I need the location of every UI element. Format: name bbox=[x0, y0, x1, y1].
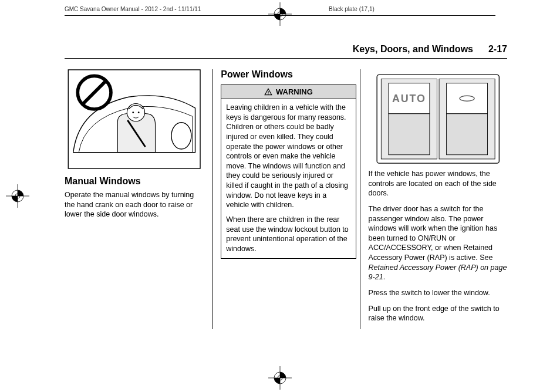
svg-rect-28 bbox=[446, 114, 487, 155]
power-windows-p2-ref: Retained Accessory Power (RAP) on page 9… bbox=[369, 263, 507, 282]
plate-info: Black plate (17,1) bbox=[329, 6, 375, 12]
child-in-car-illustration bbox=[65, 69, 204, 169]
meta-rule bbox=[65, 15, 495, 16]
manual-windows-text: Operate the manual windows by turning th… bbox=[65, 190, 204, 219]
svg-point-15 bbox=[138, 111, 140, 113]
warning-body: Leaving children in a vehicle with the k… bbox=[221, 99, 355, 258]
page-number: 2-17 bbox=[488, 44, 507, 55]
auto-label-glyph: AUTO bbox=[392, 93, 426, 104]
svg-point-20 bbox=[268, 93, 268, 94]
power-windows-p3: Press the switch to lower the window. bbox=[369, 288, 507, 298]
column-2: Power Windows WARNING Leaving children i… bbox=[212, 69, 359, 329]
warning-triangle-icon bbox=[264, 88, 272, 96]
warning-header: WARNING bbox=[221, 85, 355, 99]
crop-mark-left bbox=[6, 184, 29, 208]
section-title: Keys, Doors, and Windows bbox=[353, 44, 473, 55]
warning-paragraph-2: When there are children in the rear seat… bbox=[226, 215, 350, 254]
svg-rect-26 bbox=[446, 83, 487, 114]
three-column-layout: Manual Windows Operate the manual window… bbox=[65, 69, 507, 329]
running-header: Keys, Doors, and Windows 2-17 bbox=[65, 44, 507, 59]
manual-windows-heading: Manual Windows bbox=[65, 176, 204, 187]
power-windows-p4: Pull up on the front edge of the switch … bbox=[369, 304, 507, 323]
power-windows-heading: Power Windows bbox=[221, 69, 356, 80]
warning-label: WARNING bbox=[276, 87, 313, 96]
column-1: Manual Windows Operate the manual window… bbox=[65, 69, 212, 329]
power-windows-p2: The driver door has a switch for the pas… bbox=[369, 204, 507, 282]
power-windows-p1: If the vehicle has power windows, the co… bbox=[369, 169, 507, 198]
svg-rect-25 bbox=[388, 114, 429, 155]
power-window-switch-illustration: AUTO bbox=[369, 69, 507, 169]
svg-point-13 bbox=[127, 104, 144, 121]
warning-paragraph-1: Leaving children in a vehicle with the k… bbox=[226, 103, 350, 210]
crop-mark-bottom bbox=[268, 366, 292, 390]
doc-info: GMC Savana Owner Manual - 2012 - 2nd - 1… bbox=[65, 6, 201, 12]
column-3: AUTO If the vehicle has power windows, t… bbox=[360, 69, 507, 329]
print-metadata: GMC Savana Owner Manual - 2012 - 2nd - 1… bbox=[0, 6, 560, 18]
power-windows-p2c: . bbox=[383, 273, 385, 281]
svg-point-14 bbox=[132, 111, 134, 113]
warning-box: WARNING Leaving children in a vehicle wi… bbox=[221, 85, 356, 259]
power-windows-p2a: The driver door has a switch for the pas… bbox=[369, 205, 498, 262]
page-body: Keys, Doors, and Windows 2-17 bbox=[65, 44, 507, 369]
